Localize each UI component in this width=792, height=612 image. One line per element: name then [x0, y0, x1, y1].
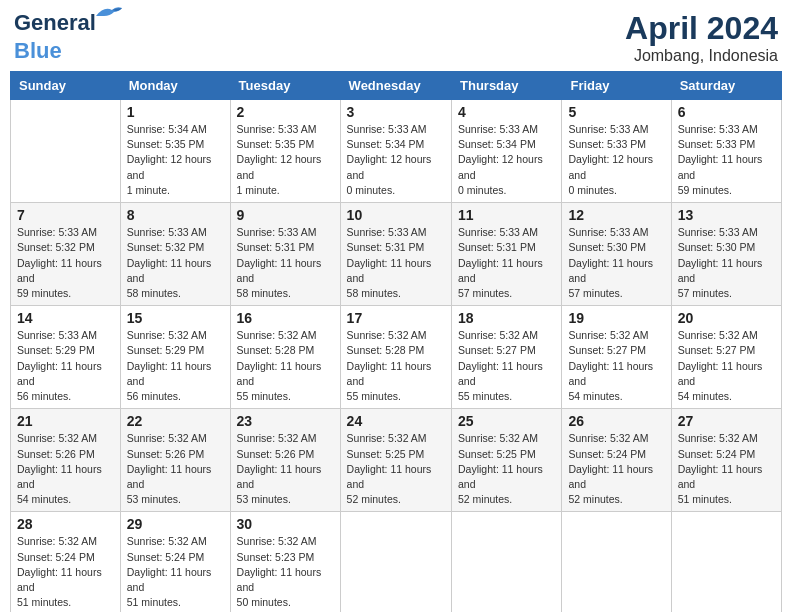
daylight-hours: Daylight: 11 hours and [127, 256, 224, 286]
logo-general: General [14, 10, 96, 35]
daylight-minutes: 0 minutes. [347, 183, 445, 198]
daylight-minutes: 56 minutes. [17, 389, 114, 404]
daylight-hours: Daylight: 11 hours and [237, 359, 334, 389]
daylight-hours: Daylight: 11 hours and [237, 565, 334, 595]
month-title: April 2024 [625, 10, 778, 47]
day-number: 4 [458, 104, 555, 120]
day-number: 8 [127, 207, 224, 223]
day-number: 13 [678, 207, 775, 223]
daylight-hours: Daylight: 11 hours and [678, 256, 775, 286]
page-header: General Blue April 2024 Jombang, Indones… [10, 10, 782, 65]
day-number: 3 [347, 104, 445, 120]
calendar-cell: 29Sunrise: 5:32 AMSunset: 5:24 PMDayligh… [120, 512, 230, 612]
day-number: 17 [347, 310, 445, 326]
day-info: Sunrise: 5:33 AMSunset: 5:34 PMDaylight:… [347, 122, 445, 198]
daylight-minutes: 1 minute. [237, 183, 334, 198]
weekday-header-friday: Friday [562, 72, 671, 100]
daylight-minutes: 58 minutes. [237, 286, 334, 301]
day-info: Sunrise: 5:32 AMSunset: 5:27 PMDaylight:… [568, 328, 664, 404]
calendar-cell [562, 512, 671, 612]
calendar-cell: 11Sunrise: 5:33 AMSunset: 5:31 PMDayligh… [452, 203, 562, 306]
day-number: 28 [17, 516, 114, 532]
daylight-minutes: 52 minutes. [568, 492, 664, 507]
calendar-cell: 1Sunrise: 5:34 AMSunset: 5:35 PMDaylight… [120, 100, 230, 203]
calendar-cell: 13Sunrise: 5:33 AMSunset: 5:30 PMDayligh… [671, 203, 781, 306]
weekday-header-thursday: Thursday [452, 72, 562, 100]
daylight-minutes: 51 minutes. [678, 492, 775, 507]
calendar-cell [11, 100, 121, 203]
calendar-cell: 20Sunrise: 5:32 AMSunset: 5:27 PMDayligh… [671, 306, 781, 409]
day-info: Sunrise: 5:33 AMSunset: 5:34 PMDaylight:… [458, 122, 555, 198]
calendar-header-row: SundayMondayTuesdayWednesdayThursdayFrid… [11, 72, 782, 100]
day-info: Sunrise: 5:33 AMSunset: 5:31 PMDaylight:… [458, 225, 555, 301]
daylight-minutes: 59 minutes. [17, 286, 114, 301]
weekday-header-sunday: Sunday [11, 72, 121, 100]
daylight-minutes: 56 minutes. [127, 389, 224, 404]
daylight-minutes: 53 minutes. [237, 492, 334, 507]
day-number: 15 [127, 310, 224, 326]
day-info: Sunrise: 5:33 AMSunset: 5:30 PMDaylight:… [678, 225, 775, 301]
daylight-minutes: 52 minutes. [347, 492, 445, 507]
day-number: 22 [127, 413, 224, 429]
day-number: 24 [347, 413, 445, 429]
daylight-hours: Daylight: 11 hours and [237, 462, 334, 492]
daylight-minutes: 59 minutes. [678, 183, 775, 198]
day-number: 25 [458, 413, 555, 429]
weekday-header-tuesday: Tuesday [230, 72, 340, 100]
day-number: 30 [237, 516, 334, 532]
calendar-week-row: 21Sunrise: 5:32 AMSunset: 5:26 PMDayligh… [11, 409, 782, 512]
day-number: 19 [568, 310, 664, 326]
daylight-minutes: 51 minutes. [127, 595, 224, 610]
location: Jombang, Indonesia [625, 47, 778, 65]
day-info: Sunrise: 5:32 AMSunset: 5:26 PMDaylight:… [127, 431, 224, 507]
calendar-cell [340, 512, 451, 612]
calendar-cell: 5Sunrise: 5:33 AMSunset: 5:33 PMDaylight… [562, 100, 671, 203]
calendar-cell: 19Sunrise: 5:32 AMSunset: 5:27 PMDayligh… [562, 306, 671, 409]
weekday-header-monday: Monday [120, 72, 230, 100]
daylight-hours: Daylight: 11 hours and [678, 359, 775, 389]
daylight-hours: Daylight: 12 hours and [347, 152, 445, 182]
daylight-minutes: 52 minutes. [458, 492, 555, 507]
day-number: 9 [237, 207, 334, 223]
day-info: Sunrise: 5:32 AMSunset: 5:28 PMDaylight:… [237, 328, 334, 404]
day-info: Sunrise: 5:32 AMSunset: 5:27 PMDaylight:… [678, 328, 775, 404]
calendar-cell: 9Sunrise: 5:33 AMSunset: 5:31 PMDaylight… [230, 203, 340, 306]
day-info: Sunrise: 5:32 AMSunset: 5:25 PMDaylight:… [347, 431, 445, 507]
daylight-minutes: 53 minutes. [127, 492, 224, 507]
daylight-minutes: 55 minutes. [458, 389, 555, 404]
day-number: 20 [678, 310, 775, 326]
calendar-cell: 12Sunrise: 5:33 AMSunset: 5:30 PMDayligh… [562, 203, 671, 306]
calendar-cell: 21Sunrise: 5:32 AMSunset: 5:26 PMDayligh… [11, 409, 121, 512]
daylight-minutes: 57 minutes. [568, 286, 664, 301]
day-info: Sunrise: 5:33 AMSunset: 5:35 PMDaylight:… [237, 122, 334, 198]
daylight-hours: Daylight: 11 hours and [458, 462, 555, 492]
daylight-minutes: 57 minutes. [458, 286, 555, 301]
weekday-header-wednesday: Wednesday [340, 72, 451, 100]
logo: General Blue [14, 10, 96, 64]
daylight-hours: Daylight: 12 hours and [568, 152, 664, 182]
day-info: Sunrise: 5:32 AMSunset: 5:26 PMDaylight:… [237, 431, 334, 507]
daylight-hours: Daylight: 11 hours and [458, 256, 555, 286]
calendar-cell: 26Sunrise: 5:32 AMSunset: 5:24 PMDayligh… [562, 409, 671, 512]
day-number: 27 [678, 413, 775, 429]
daylight-hours: Daylight: 11 hours and [458, 359, 555, 389]
daylight-hours: Daylight: 11 hours and [237, 256, 334, 286]
day-number: 18 [458, 310, 555, 326]
day-info: Sunrise: 5:32 AMSunset: 5:23 PMDaylight:… [237, 534, 334, 610]
daylight-hours: Daylight: 11 hours and [17, 256, 114, 286]
logo-blue: Blue [14, 38, 62, 64]
calendar-cell: 7Sunrise: 5:33 AMSunset: 5:32 PMDaylight… [11, 203, 121, 306]
day-number: 23 [237, 413, 334, 429]
day-info: Sunrise: 5:32 AMSunset: 5:25 PMDaylight:… [458, 431, 555, 507]
daylight-minutes: 58 minutes. [347, 286, 445, 301]
weekday-header-saturday: Saturday [671, 72, 781, 100]
day-info: Sunrise: 5:32 AMSunset: 5:27 PMDaylight:… [458, 328, 555, 404]
day-info: Sunrise: 5:32 AMSunset: 5:24 PMDaylight:… [568, 431, 664, 507]
calendar-cell [671, 512, 781, 612]
daylight-hours: Daylight: 11 hours and [568, 462, 664, 492]
calendar-cell: 16Sunrise: 5:32 AMSunset: 5:28 PMDayligh… [230, 306, 340, 409]
daylight-hours: Daylight: 11 hours and [347, 256, 445, 286]
daylight-minutes: 50 minutes. [237, 595, 334, 610]
title-block: April 2024 Jombang, Indonesia [625, 10, 778, 65]
daylight-minutes: 54 minutes. [678, 389, 775, 404]
